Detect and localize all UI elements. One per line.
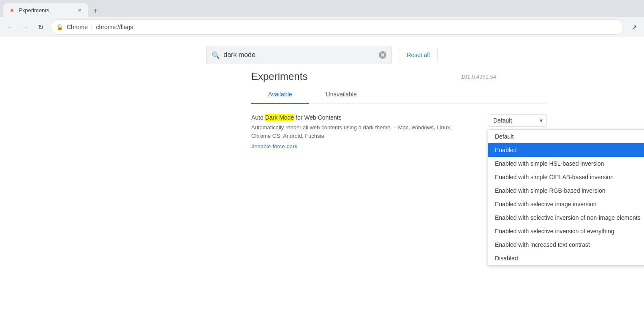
dropdown-option-selective-everything[interactable]: Enabled with selective inversion of ever…	[488, 224, 644, 238]
dropdown-option-enabled[interactable]: Enabled	[488, 143, 644, 157]
search-clear-button[interactable]	[379, 51, 386, 59]
tab-available[interactable]: Available	[251, 86, 309, 104]
dropdown-option-rgb[interactable]: Enabled with simple RGB-based inversion	[488, 184, 644, 197]
dropdown-option-cielab[interactable]: Enabled with simple CIELAB-based inversi…	[488, 170, 644, 184]
tab-close-button[interactable]: ✕	[76, 7, 83, 14]
dropdown-option-disabled[interactable]: Disabled	[488, 251, 644, 265]
reload-button[interactable]: ↻	[34, 20, 47, 34]
search-input[interactable]	[223, 51, 375, 59]
search-box: 🔍	[206, 46, 392, 64]
flag-link[interactable]: #enable-force-dark	[251, 143, 297, 150]
tab-title: Experiments	[19, 7, 73, 14]
address-brand: Chrome	[67, 24, 88, 30]
tabs-container: Available Unavailable	[251, 86, 547, 104]
dropdown-option-selective-image[interactable]: Enabled with selective image inversion	[488, 197, 644, 211]
new-tab-button[interactable]: +	[90, 5, 101, 17]
reset-all-button[interactable]: Reset all	[399, 48, 437, 62]
flag-info: Auto Dark Mode for Web Contents Automati…	[251, 114, 471, 150]
page-content: 🔍 Reset all Experiments 101.0.4951.54 Av…	[0, 37, 644, 336]
flag-title-after: for Web Contents	[294, 114, 342, 121]
flag-title-before: Auto	[251, 114, 265, 121]
tab-unavailable[interactable]: Unavailable	[309, 86, 374, 104]
dropdown-option-selective-non-image[interactable]: Enabled with selective inversion of non-…	[488, 211, 644, 224]
experiments-header: Experiments 101.0.4951.54	[0, 71, 644, 82]
search-icon: 🔍	[212, 51, 220, 59]
flag-title: Auto Dark Mode for Web Contents	[251, 114, 471, 121]
tab-favicon: 🔺	[8, 7, 15, 14]
select-wrapper[interactable]: Default	[488, 114, 547, 127]
experiments-title: Experiments	[251, 71, 307, 82]
address-lock-icon: 🔒	[56, 24, 63, 30]
flags-content: Auto Dark Mode for Web Contents Automati…	[0, 104, 644, 170]
flag-item-dark-mode: Auto Dark Mode for Web Contents Automati…	[251, 114, 547, 150]
flag-title-highlight: Dark Mode	[265, 114, 294, 121]
share-button[interactable]: ↗	[627, 20, 641, 34]
browser-frame: 🔺 Experiments ✕ + ← → ↻ 🔒 Chrome | chrom…	[0, 0, 644, 37]
flag-control: Default Default Enabled Enabled with sim…	[488, 114, 547, 127]
flag-description: Automatically render all web contents us…	[251, 123, 471, 140]
clear-icon	[379, 51, 386, 59]
address-separator: |	[91, 24, 93, 30]
dropdown-option-default[interactable]: Default	[488, 130, 644, 143]
active-tab[interactable]: 🔺 Experiments ✕	[3, 3, 88, 17]
dropdown-option-hsl[interactable]: Enabled with simple HSL-based inversion	[488, 157, 644, 170]
nav-right: ↗	[627, 20, 641, 34]
search-area: 🔍 Reset all	[0, 37, 644, 71]
back-button[interactable]: ←	[3, 20, 17, 34]
tab-bar: 🔺 Experiments ✕ +	[0, 0, 644, 17]
forward-button[interactable]: →	[19, 20, 32, 34]
nav-bar: ← → ↻ 🔒 Chrome | chrome://flags ↗	[0, 17, 644, 37]
version-text: 101.0.4951.54	[461, 74, 496, 80]
address-url: chrome://flags	[96, 24, 133, 30]
flag-select[interactable]: Default	[488, 114, 547, 127]
dropdown-option-increased-contrast[interactable]: Enabled with increased text contrast	[488, 238, 644, 251]
address-bar[interactable]: 🔒 Chrome | chrome://flags	[51, 19, 624, 35]
dropdown-list: Default Enabled Enabled with simple HSL-…	[488, 129, 644, 265]
